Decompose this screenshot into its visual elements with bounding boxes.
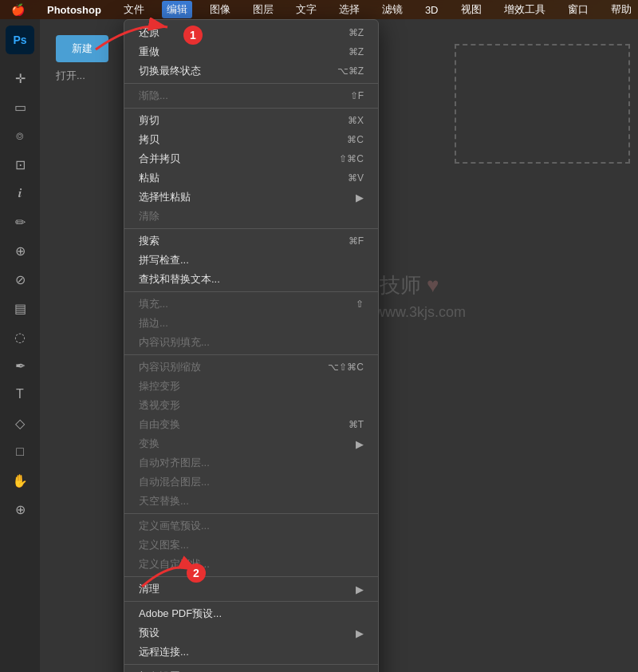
menu-spellcheck-label: 拼写检查...	[139, 253, 364, 267]
menu-define-shape-label: 定义自定形状...	[139, 557, 364, 571]
menu-content-aware-scale-label: 内容识别缩放	[139, 360, 328, 374]
menubar: 🍎 Photoshop 文件 编辑 图像 图层 文字 选择 滤镜 3D 视图 增…	[0, 0, 638, 19]
menu-puppet-warp[interactable]: 操控变形	[124, 377, 378, 396]
tool-gradient[interactable]: ▤	[7, 297, 33, 319]
menu-auto-blend[interactable]: 自动混合图层...	[124, 472, 378, 492]
menu-perspective-warp[interactable]: 透视变形	[124, 396, 378, 415]
menu-remote-connect[interactable]: 远程连接...	[124, 642, 378, 662]
menu-auto-align[interactable]: 自动对齐图层...	[124, 453, 378, 472]
menu-toggle-last-label: 切换最终状态	[139, 64, 337, 78]
menu-perspective-warp-label: 透视变形	[139, 398, 364, 413]
menu-color-settings[interactable]: 颜色设置... ⇧⌘K	[124, 667, 378, 672]
menu-fade[interactable]: 渐隐... ⇧F	[124, 86, 378, 105]
edit-menu-item[interactable]: 编辑	[162, 1, 192, 18]
menu-copy-merged-label: 合并拷贝	[139, 152, 339, 166]
menu-search-label: 搜索	[139, 234, 349, 248]
tool-brush[interactable]: ✏	[7, 211, 33, 233]
menu-paste-special[interactable]: 选择性粘贴 ▶	[124, 188, 378, 207]
menu-content-aware-scale[interactable]: 内容识别缩放 ⌥⇧⌘C	[124, 358, 378, 377]
image-menu-item[interactable]: 图像	[205, 1, 235, 18]
menu-redo-label: 重做	[139, 45, 349, 59]
apple-menu[interactable]: 🍎	[6, 2, 30, 18]
menu-search[interactable]: 搜索 ⌘F	[124, 231, 378, 251]
tool-path[interactable]: ◇	[7, 412, 33, 434]
tool-crop[interactable]: ⊡	[7, 153, 33, 176]
separator-1	[124, 83, 378, 84]
menu-presets-label: 预设	[139, 626, 349, 640]
annotation-number-2: 2	[187, 563, 206, 583]
menu-stroke[interactable]: 描边...	[124, 314, 378, 333]
tool-eyedropper[interactable]: 𝒊	[7, 182, 33, 204]
separator-5	[124, 354, 378, 355]
menu-cut-shortcut: ⌘X	[348, 115, 364, 126]
tool-clone[interactable]: ⊕	[7, 239, 33, 262]
menu-paste-label: 粘贴	[139, 171, 348, 185]
help-menu-item[interactable]: 帮助	[606, 1, 636, 18]
menu-copy[interactable]: 拷贝 ⌘C	[124, 130, 378, 149]
3d-menu-item[interactable]: 3D	[420, 2, 443, 18]
menu-define-pattern[interactable]: 定义图案...	[124, 536, 378, 555]
menu-transform-label: 变换	[139, 437, 349, 451]
menu-transform[interactable]: 变换 ▶	[124, 434, 378, 453]
menu-puppet-warp-label: 操控变形	[139, 379, 364, 393]
menu-purge[interactable]: 清理 ▶	[124, 579, 378, 599]
window-menu-item[interactable]: 窗口	[563, 1, 593, 18]
menu-fade-label: 渐隐...	[139, 89, 350, 103]
menu-spellcheck[interactable]: 拼写检查...	[124, 251, 378, 270]
menu-fade-shortcut: ⇧F	[350, 90, 364, 101]
menu-find-replace[interactable]: 查找和替换文本...	[124, 270, 378, 289]
menu-content-aware-fill[interactable]: 内容识别填充...	[124, 333, 378, 352]
menu-toggle-last[interactable]: 切换最终状态 ⌥⌘Z	[124, 61, 378, 81]
paste-special-arrow: ▶	[356, 192, 364, 204]
menu-free-transform[interactable]: 自由变换 ⌘T	[124, 415, 378, 434]
tool-shape[interactable]: □	[7, 441, 33, 463]
menu-cut[interactable]: 剪切 ⌘X	[124, 111, 378, 130]
tool-move[interactable]: ✛	[7, 67, 33, 89]
menu-remote-connect-label: 远程连接...	[139, 645, 364, 659]
menu-sky-replace[interactable]: 天空替换...	[124, 492, 378, 511]
filter-menu-item[interactable]: 滤镜	[377, 1, 408, 18]
menu-sky-replace-label: 天空替换...	[139, 494, 364, 508]
menu-define-shape[interactable]: 定义自定形状...	[124, 555, 378, 574]
tool-blur[interactable]: ◌	[7, 326, 33, 348]
separator-6	[124, 513, 378, 514]
menu-paste[interactable]: 粘贴 ⌘V	[124, 168, 378, 188]
ps-logo: Ps	[6, 26, 34, 54]
menu-auto-blend-label: 自动混合图层...	[139, 475, 364, 489]
file-menu-item[interactable]: 文件	[119, 1, 149, 18]
menu-presets[interactable]: 预设 ▶	[124, 623, 378, 642]
menu-find-replace-label: 查找和替换文本...	[139, 272, 364, 287]
menu-pdf-preset[interactable]: Adobe PDF预设...	[124, 604, 378, 623]
layer-menu-item[interactable]: 图层	[248, 1, 278, 18]
tool-zoom[interactable]: ⊕	[7, 498, 33, 520]
menu-redo-shortcut: ⌘Z	[349, 46, 364, 57]
menu-undo[interactable]: 还原 ⌘Z	[124, 23, 378, 42]
app-menu-item[interactable]: Photoshop	[42, 2, 106, 18]
menu-fill[interactable]: 填充... ⇧	[124, 294, 378, 314]
separator-4	[124, 291, 378, 292]
new-file-button[interactable]: 新建	[56, 35, 108, 62]
edit-dropdown-menu: 还原 ⌘Z 重做 ⌘Z 切换最终状态 ⌥⌘Z 渐隐... ⇧F 剪切 ⌘X 拷贝…	[124, 19, 379, 672]
tool-select[interactable]: ▭	[7, 96, 33, 118]
menu-paste-shortcut: ⌘V	[348, 172, 364, 184]
text-menu-item[interactable]: 文字	[291, 1, 321, 18]
menu-paste-special-label: 选择性粘贴	[139, 190, 349, 204]
annotation-number-1: 1	[183, 26, 203, 45]
purge-arrow: ▶	[356, 583, 364, 595]
tool-lasso[interactable]: ⌾	[7, 125, 33, 147]
view-menu-item[interactable]: 视图	[456, 1, 486, 18]
select-menu-item[interactable]: 选择	[334, 1, 364, 18]
menu-stroke-label: 描边...	[139, 316, 364, 330]
menu-auto-align-label: 自动对齐图层...	[139, 456, 364, 470]
menu-clear[interactable]: 清除	[124, 207, 378, 226]
tool-eraser[interactable]: ⊘	[7, 268, 33, 291]
menu-redo[interactable]: 重做 ⌘Z	[124, 42, 378, 61]
menu-copy-merged[interactable]: 合并拷贝 ⇧⌘C	[124, 149, 378, 168]
plugins-menu-item[interactable]: 增效工具	[499, 1, 550, 18]
separator-2	[124, 108, 378, 109]
tool-type[interactable]: T	[7, 383, 33, 405]
menu-search-shortcut: ⌘F	[349, 235, 364, 247]
tool-pen[interactable]: ✒	[7, 354, 33, 377]
menu-define-brush[interactable]: 定义画笔预设...	[124, 516, 378, 536]
tool-hand[interactable]: ✋	[7, 469, 33, 492]
